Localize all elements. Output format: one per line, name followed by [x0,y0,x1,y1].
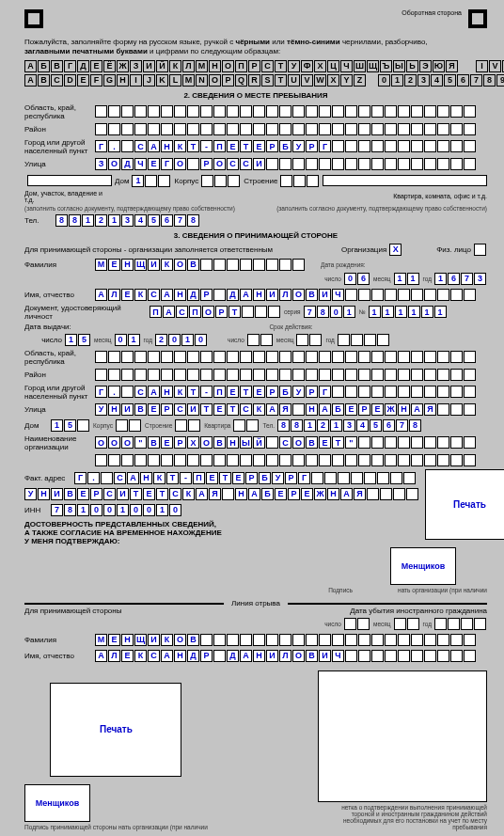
field-name-2[interactable]: АЛЕКСАНДР ДАНИЛОВИЧ [95,650,477,662]
stamp-box: Печать [425,469,504,540]
checkbox-org[interactable]: X [389,244,402,256]
field-birth-d[interactable]: 06 [344,273,370,285]
receipt-box [318,670,487,802]
field-host-tel[interactable]: 88121345678 [277,419,422,432]
input-apt[interactable] [323,175,487,186]
field-valid-y[interactable] [338,334,390,346]
field-issue-d[interactable]: 15 [65,334,91,346]
field-oblast[interactable] [95,105,477,118]
section-2-title: 2. СВЕДЕНИЯ О МЕСТЕ ПРЕБЫВАНИЯ [24,91,487,100]
field-korp[interactable] [201,175,241,187]
digits-ref: 0123456789 [378,74,504,87]
tear-line: Линия отрыва [24,603,487,605]
field-raion[interactable] [95,123,477,135]
field-birth-m[interactable]: 11 [394,273,420,285]
field-city[interactable]: Г. САНКТ-ПЕТЕРБУРГ [95,140,477,152]
field-host-dom[interactable]: 15 [51,419,90,432]
input-house[interactable] [27,175,112,186]
confirm-text: ДОСТОВЕРНОСТЬ ПРЕДСТАВЛЕННЫХ СВЕДЕНИЙ,А … [24,520,419,545]
alphabet-en: ABCDEFGHIJKLMNOPQRSTUVWXYZ [24,74,367,87]
field-surname-2[interactable]: МЕНЩИКОВ [95,634,477,646]
field-birth-y[interactable]: 1673 [434,273,487,285]
field-number[interactable]: 111111 [369,306,448,318]
page-side-label: Оборотная сторона [402,9,462,16]
signature-box-2: Менщиков [24,784,90,822]
section-3-title: 3. СВЕДЕНИЯ О ПРИНИМАЮЩЕЙ СТОРОНЕ [24,231,487,240]
field-fact-addr2[interactable]: УНИВЕРСИТЕТСКАЯ НАБЕРЕЖНАЯ [24,488,419,500]
field-host-oblast[interactable] [95,351,477,363]
field-org-name[interactable]: ООО"ВЕРХОВНЫЙ СОВЕТ" [95,436,477,449]
field-name[interactable]: АЛЕКСАНДР ДАНИЛОВИЧ [95,289,477,301]
stamp-box-2: Печать [50,683,181,777]
field-tel[interactable]: 88121345678 [55,214,200,227]
marker-tr [468,9,487,28]
field-host-city[interactable]: Г. САНКТ-ПЕТЕРБУРГ [95,386,477,398]
field-host-street[interactable]: УНИВЕРСИТЕТСКАЯ НАБЕРЕЖНАЯ [95,403,477,416]
field-valid-d[interactable] [247,334,274,346]
checkbox-fiz[interactable] [474,244,486,256]
field-dom[interactable]: 1 [132,175,171,187]
signature-box: Менщиков [390,547,456,585]
field-fact-addr1[interactable]: Г. САНКТ-ПЕТЕРБУРГ [74,472,417,484]
field-valid-m[interactable] [296,334,323,346]
field-issue-m[interactable]: 01 [115,334,141,346]
field-doc[interactable]: ПАСПОРТ [150,306,281,318]
field-stroen[interactable] [280,175,320,187]
field-series[interactable]: 7801 [304,306,356,318]
field-surname[interactable]: МЕНЩИКОВ [95,259,306,271]
field-inn[interactable]: 7810010010 [51,504,182,516]
marker-tl [24,9,43,28]
field-street[interactable]: ЗОДЧЕГО РОССИ [95,158,477,170]
field-host-raion[interactable] [95,369,477,381]
alphabet-ru: АБВГДЕЁЖЗИЙКЛМНОПРСТУФХЦЧШЩЪЫЬЭЮЯIVX [24,60,487,72]
instructions: Пожалуйста, заполняйте форму на русском … [24,38,487,57]
field-issue-y[interactable]: 2010 [155,334,208,346]
